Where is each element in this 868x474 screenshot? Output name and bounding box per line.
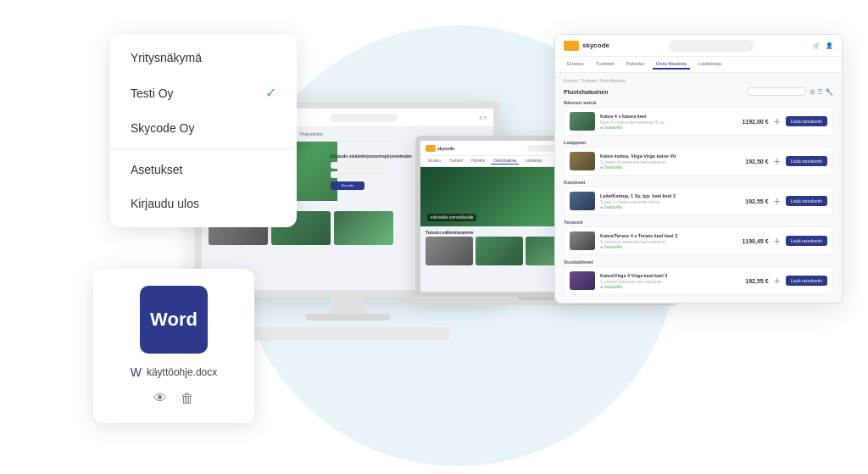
dropdown-item-skycode[interactable]: Skycode Oy [110,111,297,145]
panel-row-status-3: ● Saatavilla [600,244,730,249]
panel-row-status-4: ● Saatavilla [600,284,730,289]
panel-tab-palvelut[interactable]: Palvelut [622,59,647,70]
dropdown-item-testi[interactable]: Testi Oy ✓ [110,75,297,111]
panel-row-btn-4[interactable]: Lisää ostoskoriin [786,276,827,286]
panel-row-price-4: 192,55 € [735,278,769,284]
panel-logo: skycode [564,41,609,51]
catalog-logo: skycode [426,145,454,152]
thumbnail-3 [334,211,393,245]
panel-thumb-2 [570,192,595,210]
panel-row-plus-0[interactable]: + [774,114,781,128]
panel-row-info-1: Katos kattoa, Virga Virga katos Vir 3 x … [600,153,730,170]
monitor-base [305,314,390,321]
panel-search-box[interactable] [747,87,806,96]
hero-button-label: Kirjaudu [342,183,354,187]
panel-user-icon: 👤 [826,42,833,49]
panel-logo-text: skycode [582,42,609,49]
checkmark-icon: ✓ [265,85,276,101]
panel-section-controls: ⊞ ☰ 🔧 [747,87,833,96]
word-document-card: Word W käyttöohje.docx 👁 🗑 [93,269,254,423]
laptop-thumb-2 [476,237,523,265]
panel-view-icons: ⊞ ☰ 🔧 [810,88,833,96]
monitor-neck [331,297,364,314]
panel-thumb-4 [570,271,595,290]
delete-icon[interactable]: 🗑 [181,391,194,406]
panel-row-4: Katos/Virga 4 Virga keel keel 3 3 x kate… [564,266,833,295]
panel-row-info-0: Katos 4 x katera keel Katos 4 x kattoa k… [600,114,730,130]
panel-tab-tuotteet[interactable]: Tuotteet [593,59,618,70]
panel-row-plus-4[interactable]: + [774,274,781,287]
dropdown-divider [110,148,297,149]
panel-row-info-2: Laite/Kattoja, 1 Sy. typ. keel keel 3 Ty… [600,193,730,209]
catalog-logo-text: skycode [437,146,454,151]
panel-tabs: Etusivu Tuotteet Palvelut Osta tilauksia… [555,57,842,73]
dropdown-item-kirjaudu[interactable]: Kirjaudu ulos [110,187,297,220]
panel-row-title-0: Katos 4 x katera keel [600,114,730,119]
panel-row-price-1: 192,50 € [735,159,769,165]
panel-category-katokset: Katokset [564,180,833,185]
hero-button[interactable]: Kirjaudu [331,181,364,190]
panel-row-price-3: 1190,45 € [735,238,769,244]
nav-yhteystiedot: Yhteystiedot [296,130,326,138]
word-file-icon: W [131,365,142,379]
catalog-logo-box [426,145,436,152]
catalog-panel: skycode 🛒 👤 Etusivu Tuotteet Palvelut Os… [554,34,843,304]
panel-row-btn-1[interactable]: Lisää ostoskoriin [786,156,827,166]
panel-row-plus-3[interactable]: + [774,234,781,248]
panel-row-2: Laite/Kattoja, 1 Sy. typ. keel keel 3 Ty… [564,187,833,215]
panel-category-suodattimet: Suodattimet [564,259,833,265]
word-icon-label: Word [150,309,198,331]
dropdown-menu: Yritysnäkymä Testi Oy ✓ Skycode Oy Asetu… [110,34,297,227]
panel-tab-etusivu[interactable]: Etusivu [564,59,587,70]
panel-row-plus-1[interactable]: + [774,154,781,168]
panel-row-title-2: Laite/Kattoja, 1 Sy. typ. keel keel 3 [600,193,730,198]
catalog-tab-lisatietoja: Lisätietoja [522,158,544,165]
word-actions: 👁 🗑 [153,391,194,406]
panel-row-info-3: Katos/Terass 4 x Terass keel keel 3 3 x … [600,233,730,249]
panel-row-btn-0[interactable]: Lisää ostoskoriin [786,116,827,126]
panel-breadcrumb: Etusivu / Tuotteet / Osta tilauksia [564,78,833,83]
panel-row-title-4: Katos/Virga 4 Virga keel keel 3 [600,273,730,278]
panel-row-price-0: 1192,00 € [735,119,769,125]
panel-row-1: Katos kattoa, Virga Virga katos Vir 3 x … [564,147,833,176]
panel-header: skycode 🛒 👤 [555,35,842,57]
panel-header-actions: 🛒 👤 [813,42,833,49]
panel-tab-osta[interactable]: Osta tilauksia [653,59,690,70]
panel-row-status-1: ● Saatavilla [600,165,730,170]
hero-input-1 [331,162,390,169]
monitor-keyboard [246,327,449,341]
panel-row-info-4: Katos/Virga 4 Virga keel keel 3 3 x kate… [600,273,730,289]
panel-search[interactable] [669,40,754,52]
dropdown-item-asetukset[interactable]: Asetukset [110,153,297,187]
panel-section-title: Ptuotehakuinen [564,89,609,95]
panel-screen: skycode 🛒 👤 Etusivu Tuotteet Palvelut Os… [554,34,843,304]
panel-body: Etusivu / Tuotteet / Osta tilauksia Ptuo… [555,73,842,303]
word-filename: W käyttöohje.docx [131,365,218,379]
panel-row-title-3: Katos/Terass 4 x Terass keel keel 3 [600,233,730,238]
laptop-thumb-1 [426,237,473,265]
panel-row-btn-3[interactable]: Lisää ostoskoriin [786,236,827,246]
panel-row-title-1: Katos kattoa, Virga Virga katos Vir [600,153,730,159]
dropdown-item-yritys[interactable]: Yritysnäkymä [110,41,297,75]
panel-row-btn-2[interactable]: Lisää ostoskoriin [786,196,827,206]
panel-category-terassit: Terassit [564,220,833,225]
panel-row-price-2: 192,55 € [735,198,769,204]
hero-input-2 [331,171,390,178]
panel-section-header: Ptuotehakuinen ⊞ ☰ 🔧 [564,87,833,96]
laptop-hero-text: erikoisliike ammattilaisille [427,214,476,221]
panel-category-ikkuran: Ikkuran seinä [564,100,833,105]
panel-cart-icon: 🛒 [813,42,821,49]
panel-thumb-1 [570,152,595,170]
view-icon[interactable]: 👁 [153,391,167,406]
panel-category-laappeet: Laäppeet [564,140,833,145]
panel-thumb-3 [570,231,595,250]
word-icon-box: Word [140,286,208,354]
site-header-actions: ⚙ ☰ [479,115,487,120]
panel-row-status-0: ● Saatavilla [600,125,730,130]
site-search-bar [330,114,398,122]
catalog-tab-osta[interactable]: Osta tilauksia [491,158,519,165]
panel-row-status-2: ● Saatavilla [600,204,730,209]
panel-tab-lisatietoja[interactable]: Lisätietoja [695,59,725,70]
catalog-tab-tuotteet: Tuotteet [447,158,465,165]
panel-row-plus-2[interactable]: + [774,194,781,208]
